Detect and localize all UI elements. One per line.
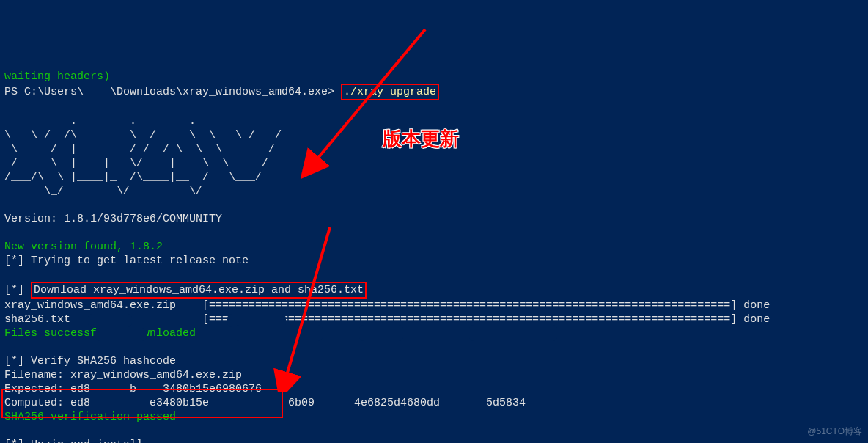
progress1-bar: [=======================================…	[202, 299, 737, 312]
filename-line: Filename: xray_windows_amd64.exe.zip	[4, 369, 242, 381]
progress2-done: done	[737, 313, 770, 326]
smudge-4	[235, 325, 323, 341]
command-highlight-box: ./xray upgrade	[341, 84, 439, 100]
command-text[interactable]: ./xray upgrade	[344, 86, 436, 98]
smudge-3	[95, 328, 147, 341]
progress1-done: done	[737, 299, 770, 312]
annotation-label: 版本更新	[383, 132, 459, 146]
header-partial: waiting headers)	[4, 70, 110, 83]
download-prefix: [*]	[4, 284, 31, 296]
smudge-6	[469, 325, 557, 341]
unzip-line: [*] Unzip and install	[4, 439, 143, 443]
ascii-art: ____ ___.________. ____. ____ ____ \ \ /…	[4, 115, 288, 197]
prompt: PS C:\Users\ \Downloads\xray_windows_amd…	[4, 86, 334, 98]
trying-line: [*] Trying to get latest release note	[4, 255, 249, 267]
download-text: Download xray_windows_amd64.exe.zip and …	[34, 284, 364, 296]
smudge-1	[88, 314, 132, 327]
new-version-line: New version found, 1.8.2	[4, 241, 163, 253]
congrats-highlight-box	[1, 389, 283, 418]
version-line: Version: 1.8.1/93d778e6/COMMUNITY	[4, 213, 222, 225]
watermark: @51CTO博客	[807, 425, 862, 439]
smudge-5	[359, 325, 403, 341]
terminal-window[interactable]: waiting headers) PS C:\Users\ \Downloads…	[0, 56, 868, 443]
download-highlight-box: Download xray_windows_amd64.exe.zip and …	[31, 282, 367, 299]
progress1-file: xray_windows_amd64.exe.zip	[4, 299, 176, 312]
verify-line: [*] Verify SHA256 hashcode	[4, 355, 176, 367]
progress2-file: sha256.txt	[4, 313, 70, 326]
